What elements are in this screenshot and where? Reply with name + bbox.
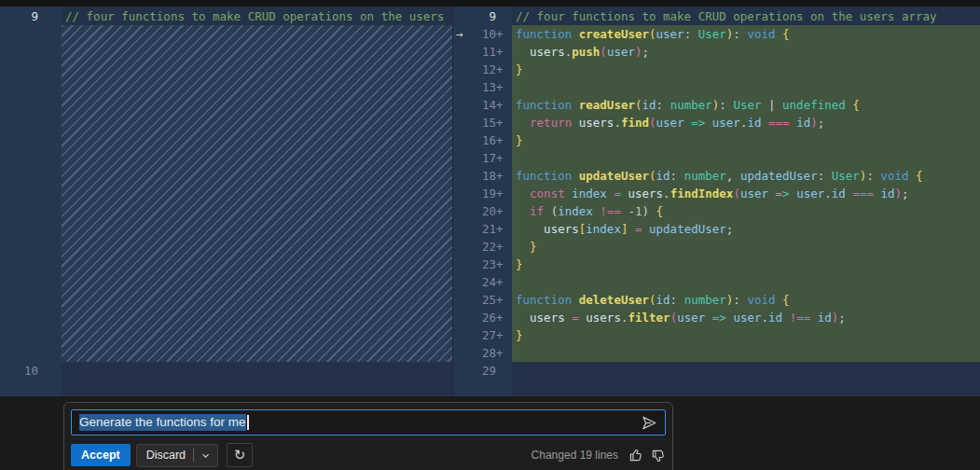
added-line-marker: + [496, 43, 504, 61]
code-line[interactable]: 13+ [453, 78, 980, 96]
code-token: filter [628, 311, 669, 325]
code-token: if [530, 204, 544, 218]
code-token [516, 222, 544, 236]
code-token: index [572, 187, 607, 200]
code-line[interactable]: 25+function deleteUser(id: number): void… [453, 291, 980, 309]
chevron-down-icon [200, 450, 211, 461]
line-number: 28 [482, 344, 496, 362]
line-number: 29 [482, 362, 496, 380]
diff-pane-original: 9 // four functions to make CRUD operati… [0, 7, 452, 396]
code-line[interactable]: 17+ [453, 149, 980, 167]
added-line-marker: + [496, 25, 504, 43]
code-token: number [684, 169, 726, 183]
code-line[interactable]: 9 // four functions to make CRUD operati… [0, 7, 452, 25]
code-token: updatedUser [649, 222, 726, 236]
inline-chat-widget: Generate the functions for me Accept Dis… [63, 402, 673, 470]
code-token: User [832, 169, 860, 183]
line-number-gutter: 28+ [453, 344, 512, 362]
send-button[interactable] [642, 415, 657, 431]
code-token: : [684, 27, 698, 41]
feedback-group: Changed 19 lines [531, 448, 666, 463]
code-line[interactable]: 11+ users.push(user); [453, 43, 980, 61]
code-token [516, 311, 530, 325]
code-token: ( [649, 116, 656, 130]
chat-input[interactable]: Generate the functions for me [71, 409, 666, 435]
line-number-gutter: 15+ [453, 114, 512, 131]
added-line-marker: + [496, 344, 504, 362]
code-line[interactable]: 27+} [453, 326, 980, 344]
code-line[interactable]: 12+} [453, 61, 980, 78]
line-number-gutter: 29 [453, 362, 512, 380]
code-token: // four functions to make CRUD operation… [516, 9, 937, 23]
code-line[interactable]: 24+ [453, 273, 980, 291]
code-token: : [733, 27, 747, 41]
code-line[interactable]: 10 [0, 362, 452, 380]
code-line[interactable]: 29 [453, 362, 980, 380]
code-token: users [530, 311, 565, 325]
code-token: ; [726, 222, 734, 236]
code-token [572, 98, 579, 112]
code-line[interactable]: 15+ return users.find(user => user.id ==… [453, 114, 980, 131]
code-token: } [530, 240, 537, 254]
code-content: function deleteUser(id: number): void { [512, 291, 980, 309]
code-token: : [866, 169, 880, 183]
code-token: deleteUser [579, 293, 649, 307]
right-pane-rows: 9// four functions to make CRUD operatio… [453, 7, 980, 380]
discard-button[interactable]: Discard [137, 445, 193, 466]
code-line[interactable]: 18+function updateUser(id: number, updat… [453, 167, 980, 185]
added-line-marker: + [496, 131, 504, 149]
code-content: function updateUser(id: number, updatedU… [512, 167, 980, 185]
code-line[interactable]: 26+ users = users.filter(user => user.id… [453, 309, 980, 326]
code-line[interactable]: →10+function createUser(user: User): voi… [453, 25, 980, 43]
code-token: => [691, 116, 705, 130]
code-token: user [677, 311, 705, 325]
code-token: = [614, 187, 621, 200]
code-token: { [782, 293, 790, 307]
code-token: ) [895, 187, 903, 200]
added-line-marker: + [496, 202, 504, 220]
code-token: user [607, 45, 635, 59]
line-number-gutter: 16+ [453, 131, 512, 149]
code-token: ( [649, 293, 656, 307]
accept-button[interactable]: Accept [71, 444, 131, 466]
code-token: user [796, 187, 824, 200]
send-icon [642, 415, 657, 431]
line-number-gutter: 9 [453, 7, 512, 25]
code-line[interactable]: 16+} [453, 131, 980, 149]
code-token: void [747, 27, 775, 41]
code-token [516, 116, 530, 130]
code-line[interactable]: 14+function readUser(id: number): User |… [453, 96, 980, 114]
thumbs-down-icon [650, 448, 666, 463]
added-line-marker: + [496, 96, 504, 114]
code-line[interactable]: 28+ [453, 344, 980, 362]
line-number: 17 [482, 149, 496, 167]
code-token: ( [635, 98, 642, 112]
code-line[interactable]: 22+ } [453, 238, 980, 256]
code-line[interactable]: 19+ const index = users.findIndex(user =… [453, 185, 980, 202]
code-token [768, 187, 776, 200]
line-number-gutter: 21+ [453, 220, 512, 238]
code-token: } [516, 328, 523, 342]
helpful-button[interactable] [628, 448, 643, 463]
line-number-gutter: 10 [0, 362, 62, 380]
discard-split-button: Discard [136, 444, 218, 467]
deleted-region-row [0, 25, 452, 362]
widget-zone: Generate the functions for me Accept Dis… [0, 396, 980, 470]
code-line[interactable]: 21+ users[index] = updatedUser; [453, 220, 980, 238]
code-token [705, 311, 712, 325]
unhelpful-button[interactable] [650, 448, 666, 463]
code-line[interactable]: 20+ if (index !== -1) { [453, 202, 980, 220]
code-token [790, 116, 797, 130]
line-number: 9 [489, 7, 496, 25]
rerun-request-button[interactable]: ↻ [227, 443, 253, 467]
code-token: updatedUser [740, 169, 818, 183]
code-token: undefined [782, 98, 846, 112]
code-line[interactable]: 9// four functions to make CRUD operatio… [453, 7, 980, 25]
code-line[interactable]: 23+} [453, 256, 980, 273]
code-token: : [656, 98, 670, 112]
line-number: 13 [482, 78, 496, 96]
discard-dropdown-button[interactable] [194, 449, 217, 463]
code-content [512, 344, 980, 362]
code-content: users.push(user); [512, 43, 980, 61]
code-token: : [733, 293, 747, 307]
